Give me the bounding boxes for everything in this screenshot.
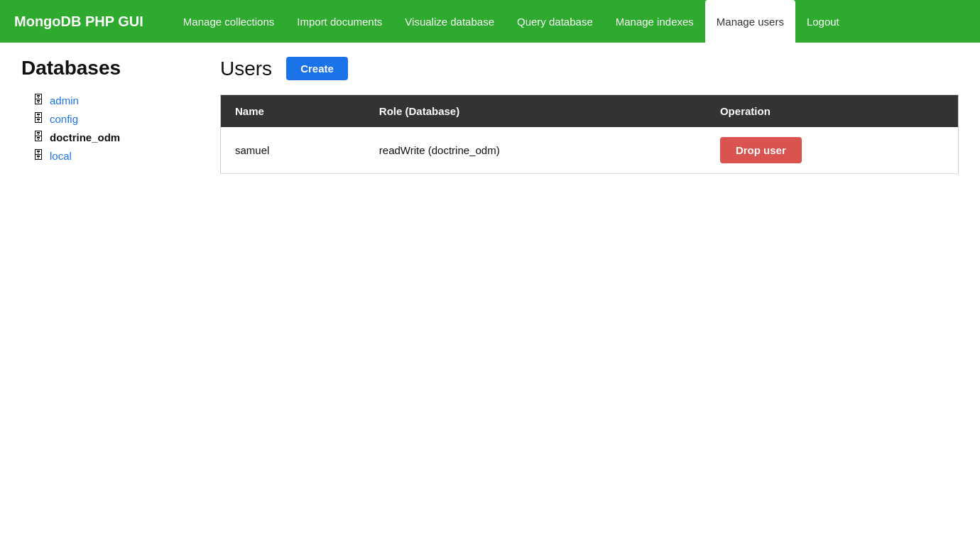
col-operation: Operation: [706, 95, 959, 128]
nav-manage-indexes[interactable]: Manage indexes: [604, 0, 705, 43]
sidebar: Databases 🗄 admin 🗄 config 🗄 doctrine_od…: [21, 57, 220, 174]
db-item-config[interactable]: 🗄 config: [21, 109, 220, 128]
users-table: Name Role (Database) Operation samuel re…: [220, 94, 959, 174]
db-link-local[interactable]: local: [50, 150, 72, 162]
database-icon-config: 🗄: [33, 112, 44, 125]
main-header: Users Create: [220, 57, 959, 80]
page-title: Users: [220, 58, 272, 80]
database-icon-local: 🗄: [33, 149, 44, 162]
database-icon-doctrine-odm: 🗄: [33, 131, 44, 143]
db-item-admin[interactable]: 🗄 admin: [21, 91, 220, 109]
page-content: Databases 🗄 admin 🗄 config 🗄 doctrine_od…: [0, 43, 980, 188]
user-operation: Drop user: [706, 127, 959, 174]
nav-manage-users[interactable]: Manage users: [705, 0, 795, 43]
sidebar-title: Databases: [21, 57, 220, 80]
db-link-config[interactable]: config: [50, 113, 78, 125]
nav-import-documents[interactable]: Import documents: [285, 0, 393, 43]
nav-manage-collections[interactable]: Manage collections: [172, 0, 285, 43]
table-row: samuel readWrite (doctrine_odm) Drop use…: [221, 127, 959, 174]
db-link-doctrine-odm[interactable]: doctrine_odm: [50, 131, 120, 143]
db-item-local[interactable]: 🗄 local: [21, 146, 220, 165]
user-role: readWrite (doctrine_odm): [365, 127, 706, 174]
table-body: samuel readWrite (doctrine_odm) Drop use…: [221, 127, 959, 174]
user-name: samuel: [221, 127, 365, 174]
db-link-admin[interactable]: admin: [50, 94, 79, 107]
nav-logout[interactable]: Logout: [795, 0, 851, 43]
app-brand: MongoDB PHP GUI: [14, 13, 143, 30]
drop-user-button[interactable]: Drop user: [720, 137, 802, 163]
nav-query-database[interactable]: Query database: [506, 0, 604, 43]
nav-visualize-database[interactable]: Visualize database: [393, 0, 506, 43]
col-role: Role (Database): [365, 95, 706, 128]
db-item-doctrine-odm[interactable]: 🗄 doctrine_odm: [21, 128, 220, 146]
create-button[interactable]: Create: [286, 57, 348, 80]
table-header: Name Role (Database) Operation: [221, 95, 959, 128]
main-content: Users Create Name Role (Database) Operat…: [220, 57, 959, 174]
nav-links: Manage collections Import documents Visu…: [172, 0, 966, 43]
navbar: MongoDB PHP GUI Manage collections Impor…: [0, 0, 980, 43]
database-icon-admin: 🗄: [33, 94, 44, 107]
col-name: Name: [221, 95, 365, 128]
